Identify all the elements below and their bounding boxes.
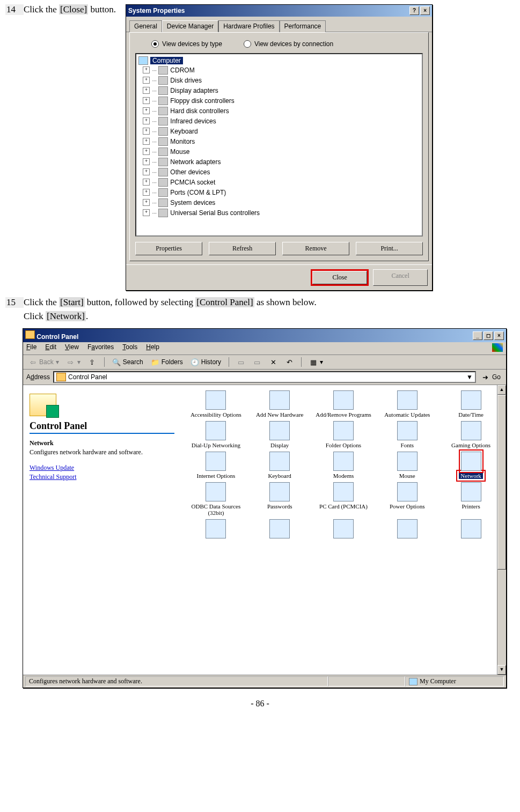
tree-item[interactable]: +····Keyboard [138, 126, 420, 136]
cp-item[interactable]: Gaming Options [440, 421, 502, 448]
minimize-button[interactable]: _ [473, 331, 482, 340]
folders-button[interactable]: 📁Folders [149, 357, 185, 367]
tree-item[interactable]: +····Floppy disk controllers [138, 95, 420, 106]
cp-item[interactable]: Add/Remove Programs [313, 390, 375, 418]
tree-item[interactable]: +····Disk drives [138, 75, 420, 85]
expand-icon[interactable]: + [143, 158, 150, 165]
close-icon[interactable]: × [420, 6, 430, 15]
cp-item[interactable]: ODBC Data Sources (32bit) [185, 482, 247, 516]
cp-item[interactable]: Accessibility Options [185, 390, 247, 418]
cp-item[interactable]: Internet Options [185, 452, 247, 479]
cp-item[interactable]: Dial-Up Networking [185, 421, 247, 448]
delete-button[interactable]: ✕ [267, 357, 280, 367]
expand-icon[interactable]: + [143, 128, 150, 135]
expand-icon[interactable]: + [143, 97, 150, 104]
vertical-scrollbar[interactable]: ▲ ▼ [497, 385, 506, 675]
go-button[interactable]: ➜Go [479, 372, 503, 382]
cp-item[interactable]: Automatic Updates [376, 390, 438, 418]
search-button[interactable]: 🔍Search [110, 357, 145, 367]
menu-view[interactable]: View [65, 343, 79, 353]
link-technical-support[interactable]: Technical Support [30, 473, 174, 481]
scroll-thumb[interactable] [497, 395, 506, 570]
tree-item[interactable]: +····Monitors [138, 136, 420, 146]
expand-icon[interactable]: + [143, 179, 150, 186]
expand-icon[interactable]: + [143, 189, 150, 196]
tree-item[interactable]: +····Universal Serial Bus controllers [138, 208, 420, 218]
refresh-button[interactable]: Refresh [209, 242, 276, 255]
device-tree[interactable]: Computer +····CDROM+····Disk drives+····… [135, 53, 423, 237]
device-icon [158, 188, 168, 197]
expand-icon[interactable]: + [143, 117, 150, 124]
cp-item[interactable]: PC Card (PCMCIA) [313, 482, 375, 516]
status-text: Configures network hardware and software… [25, 676, 328, 686]
cp-item[interactable]: Date/Time [440, 390, 502, 418]
scroll-up-icon[interactable]: ▲ [497, 385, 506, 395]
menu-edit[interactable]: Edit [45, 343, 56, 353]
tree-connector: ···· [152, 200, 156, 206]
cp-item[interactable]: Mouse [376, 452, 438, 479]
cp-item-label: Power Options [390, 503, 425, 510]
expand-icon[interactable]: + [143, 77, 150, 84]
tab-general[interactable]: General [129, 20, 162, 32]
tree-item[interactable]: +····CDROM [138, 65, 420, 75]
tree-connector: ···· [152, 98, 156, 104]
menu-file[interactable]: File [26, 343, 36, 353]
expand-icon[interactable]: + [143, 168, 150, 175]
close-button[interactable]: Close [312, 271, 367, 284]
expand-icon[interactable]: + [143, 87, 150, 94]
tree-item[interactable]: +····Infrared devices [138, 116, 420, 126]
undo-button[interactable]: ↶ [283, 357, 296, 367]
titlebar[interactable]: Control Panel _ ◻ × [23, 329, 506, 342]
cp-item[interactable]: Modems [313, 452, 375, 479]
cancel-button: Cancel [373, 269, 428, 286]
link-windows-update[interactable]: Windows Update [30, 464, 174, 472]
titlebar[interactable]: System Properties ? × [126, 5, 432, 17]
up-button[interactable]: ⇧ [86, 357, 99, 367]
expand-icon[interactable]: + [143, 209, 150, 216]
expand-icon[interactable]: + [143, 67, 150, 73]
dropdown-icon[interactable]: ▼ [466, 373, 473, 381]
cp-item[interactable]: Folder Options [313, 421, 375, 448]
tree-item[interactable]: +····Hard disk controllers [138, 106, 420, 116]
help-button[interactable]: ? [409, 6, 419, 15]
properties-button[interactable]: Properties [135, 242, 202, 255]
tree-item[interactable]: +····Other devices [138, 167, 420, 177]
expand-icon[interactable]: + [143, 138, 150, 145]
tree-item[interactable]: +····System devices [138, 197, 420, 208]
cp-item[interactable]: Printers [440, 482, 502, 516]
cp-item[interactable]: Fonts [376, 421, 438, 448]
tree-item[interactable]: +····Ports (COM & LPT) [138, 187, 420, 197]
radio-by-type[interactable]: View devices by type [151, 40, 222, 48]
cp-item[interactable]: Add New Hardware [249, 390, 311, 418]
menu-help[interactable]: Help [146, 343, 159, 353]
tree-connector: ···· [152, 149, 156, 155]
tree-item[interactable]: +····PCMCIA socket [138, 177, 420, 187]
cp-item[interactable]: Keyboard [249, 452, 311, 479]
views-button[interactable]: ▦▾ [307, 357, 325, 367]
expand-icon[interactable]: + [143, 107, 150, 114]
remove-button[interactable]: Remove [282, 242, 349, 255]
tab-performance[interactable]: Performance [280, 20, 326, 32]
tree-root[interactable]: Computer [138, 56, 420, 65]
cp-item[interactable]: Power Options [376, 482, 438, 516]
tab-device-manager[interactable]: Device Manager [162, 20, 218, 32]
menu-favorites[interactable]: Favorites [87, 343, 114, 353]
cp-item[interactable]: Network [440, 452, 502, 479]
radio-by-connection[interactable]: View devices by connection [244, 40, 333, 48]
close-icon[interactable]: × [494, 331, 504, 340]
expand-icon[interactable]: + [143, 148, 150, 155]
cp-item[interactable]: Passwords [249, 482, 311, 516]
history-button[interactable]: 🕘History [188, 357, 223, 367]
tree-item[interactable]: +····Network adapters [138, 157, 420, 167]
print-button[interactable]: Print... [356, 242, 423, 255]
scroll-down-icon[interactable]: ▼ [497, 665, 506, 675]
tree-item[interactable]: +····Mouse [138, 146, 420, 157]
maximize-button[interactable]: ◻ [484, 331, 493, 340]
menu-tools[interactable]: Tools [122, 343, 137, 353]
cp-heading: Control Panel [30, 420, 174, 432]
address-field[interactable]: Control Panel ▼ [53, 371, 476, 383]
tab-hardware-profiles[interactable]: Hardware Profiles [218, 20, 279, 32]
expand-icon[interactable]: + [143, 199, 150, 206]
tree-item[interactable]: +····Display adapters [138, 85, 420, 95]
cp-item[interactable]: Display [249, 421, 311, 448]
